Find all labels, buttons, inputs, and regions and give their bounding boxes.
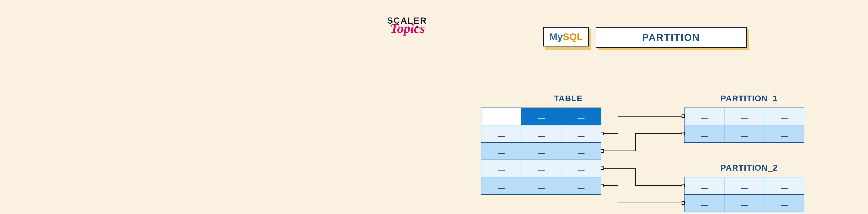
partition-1-label: PARTITION_1: [720, 94, 778, 103]
dash-icon: [538, 171, 545, 171]
table-cell: [724, 194, 764, 212]
dash-icon: [498, 188, 505, 189]
table-row: [684, 108, 804, 125]
dash-icon: [498, 153, 505, 154]
table-cell: [521, 143, 561, 160]
partition-badge: PARTITION: [596, 27, 747, 48]
table-cell: [764, 194, 804, 212]
dash-icon: [538, 136, 545, 137]
dash-icon: [498, 136, 505, 137]
table-cell: [481, 143, 521, 160]
table-cell: [724, 108, 764, 125]
table-cell: [481, 177, 521, 194]
dash-icon: [578, 188, 585, 189]
table-cell: [684, 108, 724, 125]
table-cell: [561, 177, 601, 194]
mysql-my-text: My: [549, 31, 563, 42]
table-row: [481, 143, 601, 160]
table-cell: [481, 160, 521, 177]
dash-icon: [781, 136, 787, 137]
dash-icon: [781, 205, 787, 206]
svg-rect-4: [601, 167, 604, 170]
dash-icon: [578, 118, 585, 119]
partition-badge-wrapper: PARTITION: [596, 27, 747, 48]
dash-icon: [701, 188, 708, 189]
table-cell: [561, 125, 601, 143]
dash-icon: [701, 205, 708, 206]
table-cell: [521, 108, 561, 125]
table-cell: [561, 143, 601, 160]
partition-2-label: PARTITION_2: [720, 163, 778, 173]
table-row: [684, 194, 804, 212]
mysql-sql-text: SQL: [563, 31, 583, 42]
mysql-badge-wrapper: MySQL: [544, 27, 589, 48]
dash-icon: [781, 188, 787, 189]
table-cell: [764, 177, 804, 194]
logo-topics-text: Topics: [390, 21, 425, 36]
dash-icon: [538, 118, 545, 119]
dash-icon: [701, 118, 708, 119]
table-label: TABLE: [554, 94, 583, 103]
table-cell: [684, 177, 724, 194]
table-cell: [481, 125, 521, 143]
table-cell: [561, 108, 601, 125]
dash-icon: [538, 188, 545, 189]
table-cell: [561, 160, 601, 177]
dash-icon: [741, 118, 748, 119]
header-badges: MySQL PARTITION: [544, 27, 747, 48]
partition-2-table: [684, 177, 804, 212]
partition-1-table: [684, 108, 804, 143]
dash-icon: [741, 188, 748, 189]
table-cell: [764, 125, 804, 143]
table-row: [481, 160, 601, 177]
dash-icon: [578, 136, 585, 137]
table-header-row: [481, 108, 601, 125]
dash-icon: [498, 171, 505, 171]
dash-icon: [578, 171, 585, 171]
table-cell: [521, 160, 561, 177]
dash-icon: [741, 205, 748, 206]
table-cell: [684, 194, 724, 212]
scaler-topics-logo: SCALER • Topics: [387, 15, 427, 26]
mysql-badge: MySQL: [544, 27, 589, 46]
table-cell: [481, 108, 521, 125]
table-row: [481, 177, 601, 194]
main-table: [481, 108, 601, 195]
table-row: [481, 125, 601, 143]
table-cell: [724, 125, 764, 143]
table-row: [684, 177, 804, 194]
dash-icon: [781, 118, 787, 119]
table-row: [684, 125, 804, 143]
svg-rect-6: [601, 184, 604, 187]
table-cell: [521, 125, 561, 143]
dash-icon: [538, 153, 545, 154]
dash-icon: [701, 136, 708, 137]
svg-rect-0: [601, 132, 604, 135]
table-cell: [724, 177, 764, 194]
dash-icon: [741, 136, 748, 137]
table-cell: [521, 177, 561, 194]
table-cell: [764, 108, 804, 125]
table-cell: [684, 125, 724, 143]
svg-rect-2: [601, 149, 604, 152]
dash-icon: [578, 153, 585, 154]
